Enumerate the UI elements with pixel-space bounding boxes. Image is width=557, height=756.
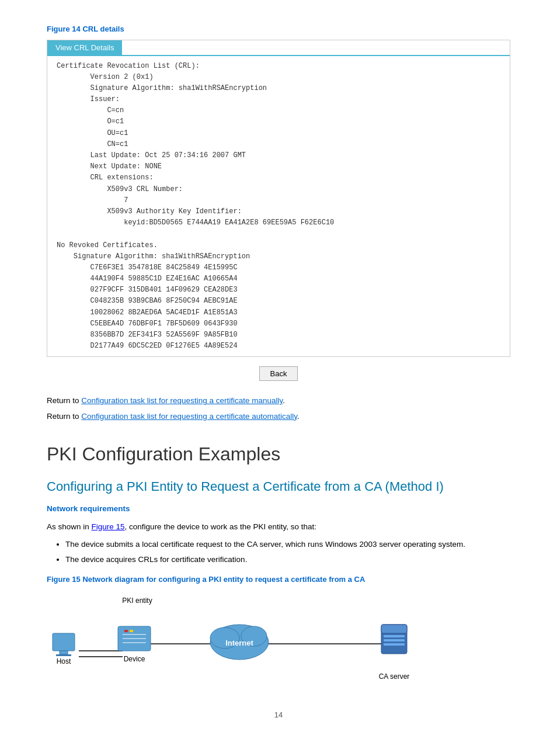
svg-rect-5	[60, 651, 68, 654]
figure14-label: Figure 14 CRL details	[47, 23, 510, 35]
bullet-item-1: The device submits a local certificate r…	[65, 539, 510, 550]
configuring-section-title: Configuring a PKI Entity to Request a Ce…	[47, 478, 510, 495]
back-button[interactable]: Back	[259, 366, 298, 381]
svg-rect-6	[56, 654, 71, 656]
crl-content: Certificate Revocation List (CRL): Versi…	[47, 56, 510, 357]
svg-rect-20	[384, 643, 405, 646]
intro-text: As shown in	[47, 522, 92, 531]
return-manual-link[interactable]: Configuration task list for requesting a…	[81, 396, 283, 405]
svg-rect-4	[53, 633, 75, 651]
svg-rect-19	[384, 639, 405, 641]
svg-rect-11	[124, 630, 128, 632]
network-intro-text: As shown in Figure 15, configure the dev…	[47, 521, 510, 533]
network-diagram: Host PKI entity Device Internet	[47, 592, 455, 686]
back-button-row: Back	[47, 366, 510, 381]
return-auto-link[interactable]: Configuration task list for requesting a…	[81, 412, 297, 421]
return-auto-line: Return to Configuration task list for re…	[47, 411, 510, 422]
network-requirements-title: Network requirements	[47, 503, 510, 515]
svg-rect-18	[384, 635, 405, 637]
page-number: 14	[47, 709, 510, 721]
figure15-caption: Figure 15 Network diagram for configurin…	[47, 574, 510, 585]
bullet-list: The device submits a local certificate r…	[65, 539, 510, 566]
return-auto-text: Return to	[47, 412, 81, 421]
intro-suffix: , configure the device to work as the PK…	[125, 522, 316, 531]
network-diagram-svg: Host PKI entity Device Internet	[47, 592, 455, 686]
host-label: Host	[57, 657, 71, 665]
return-manual-line: Return to Configuration task list for re…	[47, 395, 510, 407]
return-links: Return to Configuration task list for re…	[47, 395, 510, 422]
view-crl-details-button[interactable]: View CRL Details	[47, 40, 122, 55]
crl-box: View CRL Details Certificate Revocation …	[47, 40, 510, 358]
svg-rect-17	[381, 625, 407, 633]
ca-server-label: CA server	[379, 672, 410, 681]
page: Figure 14 CRL details View CRL Details C…	[0, 0, 557, 756]
bullet-item-2: The device acquires CRLs for certificate…	[65, 554, 510, 566]
return-manual-text: Return to	[47, 396, 81, 405]
pki-entity-label: PKI entity	[122, 597, 152, 605]
internet-label: Internet	[225, 639, 253, 647]
device-label: Device	[124, 655, 145, 663]
pki-section-title: PKI Configuration Examples	[47, 440, 510, 468]
svg-rect-12	[130, 630, 133, 632]
figure15-link[interactable]: Figure 15	[92, 522, 125, 531]
